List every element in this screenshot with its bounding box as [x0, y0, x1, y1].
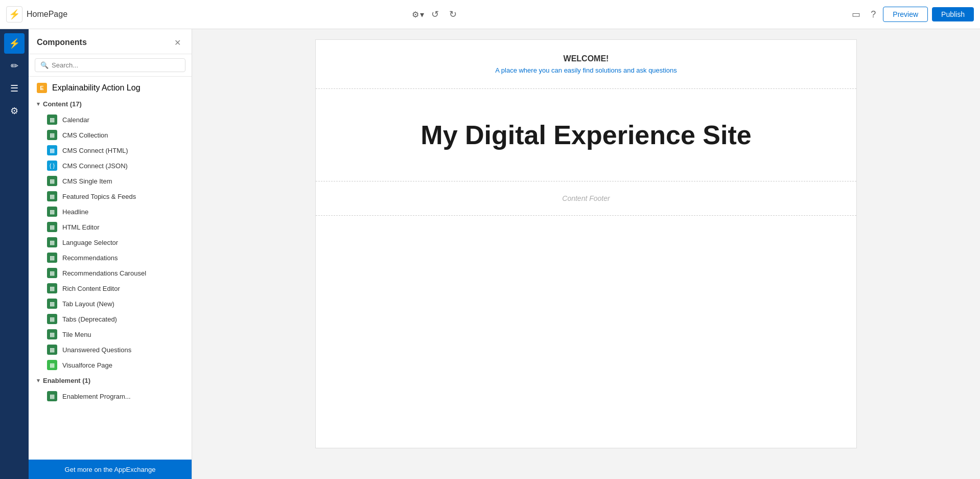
topbar: ⚡ HomePage ⚙ ▾ ↺ ↻ ▭ ? Preview Publish: [0, 0, 980, 29]
component-label: Visualforce Page: [62, 361, 112, 369]
panel-header: Components ✕: [29, 29, 192, 54]
tabs-deprecated-icon: ▦: [47, 314, 57, 324]
footer-section: Content Footer: [316, 181, 856, 216]
lightning-icon: ⚡: [9, 38, 20, 49]
list-item[interactable]: ▦ Recommendations: [29, 250, 192, 265]
gear-icon: ⚙: [10, 105, 18, 117]
search-wrapper: 🔍: [35, 58, 185, 72]
sidebar-pencil-button[interactable]: ✏: [4, 56, 25, 76]
sidebar-icons: ⚡ ✏ ☰ ⚙: [0, 29, 29, 479]
topbar-right: ▭ ? Preview Publish: [849, 7, 974, 22]
welcome-section: WELCOME! A place where you can easily fi…: [316, 40, 856, 89]
undo-button[interactable]: ↺: [428, 7, 442, 22]
list-item[interactable]: ▦ Tile Menu: [29, 327, 192, 342]
welcome-subtitle: A place where you can easily find soluti…: [324, 66, 848, 74]
list-item[interactable]: ▦ Rich Content Editor: [29, 281, 192, 296]
lightning-icon: ⚡: [9, 9, 20, 20]
content-section-header[interactable]: ▾ Content (17): [29, 96, 192, 112]
component-label: Enablement Program...: [62, 393, 131, 400]
canvas-container: WELCOME! A place where you can easily fi…: [315, 39, 857, 448]
main-area: ⚡ ✏ ☰ ⚙ Components ✕ 🔍 E Explainabilit: [0, 29, 980, 479]
pencil-icon: ✏: [11, 60, 18, 72]
footer-text: Content Footer: [562, 194, 610, 202]
list-item[interactable]: ▦ Headline: [29, 204, 192, 219]
component-label: Language Selector: [62, 239, 118, 246]
explainability-row[interactable]: E Explainability Action Log: [29, 80, 192, 96]
redo-button[interactable]: ↻: [446, 7, 460, 22]
chevron-down-icon: ▾: [37, 377, 40, 384]
panel-close-button[interactable]: ✕: [171, 36, 183, 49]
list-item[interactable]: ▦ Enablement Program...: [29, 389, 192, 404]
list-item[interactable]: ▦ CMS Collection: [29, 127, 192, 143]
search-icon: 🔍: [40, 61, 49, 69]
appexchange-label: Get more on the AppExchange: [65, 466, 156, 473]
language-selector-icon: ▦: [47, 237, 57, 247]
rich-content-editor-icon: ▦: [47, 283, 57, 293]
cms-connect-html-icon: ▦: [47, 145, 57, 155]
app-icon: ⚡: [6, 6, 22, 22]
headline-icon: ▦: [47, 207, 57, 217]
welcome-title: WELCOME!: [324, 54, 848, 63]
settings-button[interactable]: ⚙ ▾: [412, 10, 424, 19]
appexchange-button[interactable]: Get more on the AppExchange: [29, 460, 192, 479]
list-item[interactable]: ▦ Language Selector: [29, 235, 192, 250]
component-label: Recommendations: [62, 254, 118, 262]
unanswered-questions-icon: ▦: [47, 345, 57, 355]
enablement-program-icon: ▦: [47, 391, 57, 401]
publish-button[interactable]: Publish: [932, 7, 974, 21]
list-item[interactable]: ▦ Unanswered Questions: [29, 342, 192, 357]
list-item[interactable]: ▦ CMS Single Item: [29, 173, 192, 189]
list-item[interactable]: ▦ Recommendations Carousel: [29, 265, 192, 281]
component-label: HTML Editor: [62, 223, 99, 231]
welcome-subtitle-highlight: solutions: [595, 66, 621, 74]
sidebar-gear-button[interactable]: ⚙: [4, 101, 25, 121]
chevron-down-icon: ▾: [420, 10, 424, 19]
list-item[interactable]: ▦ Featured Topics & Feeds: [29, 189, 192, 204]
components-panel: Components ✕ 🔍 E Explainability Action L…: [29, 29, 192, 479]
enablement-section-header[interactable]: ▾ Enablement (1): [29, 373, 192, 389]
component-label: Rich Content Editor: [62, 285, 120, 292]
chevron-down-icon: ▾: [37, 101, 40, 107]
recommendations-icon: ▦: [47, 253, 57, 263]
list-item[interactable]: ▦ HTML Editor: [29, 219, 192, 235]
component-label: Tabs (Deprecated): [62, 315, 117, 323]
component-label: Tab Layout (New): [62, 300, 114, 308]
components-list: E Explainability Action Log ▾ Content (1…: [29, 77, 192, 460]
hero-title: My Digital Experience Site: [336, 120, 836, 150]
featured-topics-icon: ▦: [47, 191, 57, 201]
html-editor-icon: ▦: [47, 222, 57, 232]
welcome-subtitle-before: A place where you can easily find: [495, 66, 595, 74]
tile-menu-icon: ▦: [47, 329, 57, 339]
list-item[interactable]: ▦ Calendar: [29, 112, 192, 127]
visualforce-page-icon: ▦: [47, 360, 57, 370]
component-label: CMS Single Item: [62, 177, 112, 185]
explainability-icon: E: [37, 83, 47, 93]
help-button[interactable]: ?: [868, 7, 879, 22]
list-item[interactable]: { } CMS Connect (JSON): [29, 158, 192, 173]
panel-search: 🔍: [29, 54, 192, 77]
page-title: HomePage: [27, 10, 408, 19]
welcome-subtitle-after: and ask questions: [621, 66, 676, 74]
list-item[interactable]: ▦ CMS Connect (HTML): [29, 143, 192, 158]
calendar-icon: ▦: [47, 115, 57, 125]
list-item[interactable]: ▦ Tab Layout (New): [29, 296, 192, 311]
device-toggle-button[interactable]: ▭: [849, 7, 864, 22]
component-label: CMS Connect (HTML): [62, 147, 128, 154]
tab-layout-icon: ▦: [47, 299, 57, 309]
list-item[interactable]: ▦ Visualforce Page: [29, 357, 192, 373]
preview-button[interactable]: Preview: [883, 7, 928, 22]
hero-section: My Digital Experience Site: [316, 89, 856, 181]
sidebar-lightning-button[interactable]: ⚡: [4, 33, 25, 54]
list-item[interactable]: ▦ Tabs (Deprecated): [29, 311, 192, 327]
enablement-section-label: Enablement (1): [43, 377, 90, 384]
component-label: Featured Topics & Feeds: [62, 193, 136, 200]
canvas-area: WELCOME! A place where you can easily fi…: [192, 29, 980, 479]
component-label: Tile Menu: [62, 331, 91, 338]
sidebar-list-button[interactable]: ☰: [4, 78, 25, 99]
component-label: Headline: [62, 208, 88, 216]
component-label: Calendar: [62, 116, 89, 124]
cms-collection-icon: ▦: [47, 130, 57, 140]
search-input[interactable]: [52, 61, 180, 69]
component-label: CMS Collection: [62, 131, 108, 139]
recommendations-carousel-icon: ▦: [47, 268, 57, 278]
